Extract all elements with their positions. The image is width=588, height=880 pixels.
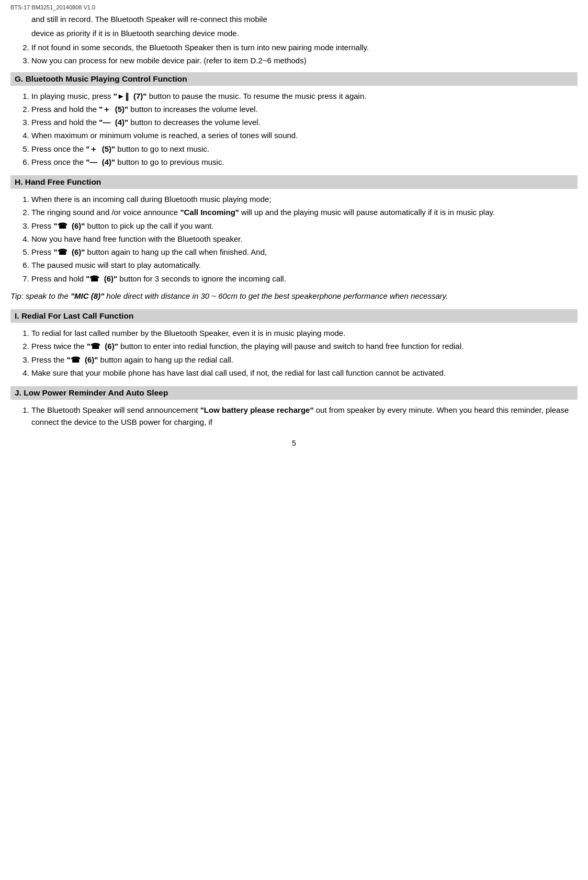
intro-item2: If not found in some seconds, the Blueto…: [31, 41, 578, 53]
bold-text: "☎ (6)": [67, 355, 98, 364]
section-h-header: H. Hand Free Function: [10, 175, 578, 189]
tip-text: Tip: speak to the "MIC (8)" hole direct …: [10, 290, 578, 302]
list-item: Make sure that your mobile phone has hav…: [31, 367, 578, 379]
intro-line2: device as priority if it is in Bluetooth…: [31, 28, 578, 40]
section-i: I. Redial For Last Call Function To redi…: [10, 309, 578, 379]
page-number: 5: [10, 439, 578, 447]
list-item: Press once the "— (4)" button to go to p…: [31, 156, 578, 168]
list-item: In playing music, press "►‖ (7)" button …: [31, 90, 578, 102]
list-item: When there is an incoming call during Bl…: [31, 193, 578, 205]
doc-version: BTS-17 BM3251_20140808 V1.0: [10, 4, 578, 10]
list-item: Press and hold "☎ (6)" button for 3 seco…: [31, 273, 578, 285]
bold-text: "☎ (6)": [86, 274, 117, 283]
list-item: Press twice the "☎ (6)" button to enter …: [31, 340, 578, 352]
bold-text: "☎ (6)": [87, 342, 118, 351]
bold-text: "☎ (6)": [54, 247, 85, 256]
list-item: Now you have hand free function with the…: [31, 233, 578, 245]
list-item: When maximum or minimum volume is reache…: [31, 129, 578, 141]
bold-text: "Low battery please recharge": [200, 405, 314, 414]
intro-item3: Now you can process for new mobile devic…: [31, 54, 578, 66]
bold-text: "＋ (5)": [99, 105, 128, 114]
list-item: Press the "☎ (6)" button again to hang u…: [31, 354, 578, 366]
intro-block: and still in record. The Bluetooth Speak…: [10, 14, 578, 67]
bold-text: "— (4)": [86, 157, 115, 166]
section-g: G. Bluetooth Music Playing Control Funct…: [10, 72, 578, 168]
list-item: Press "☎ (6)" button to pick up the call…: [31, 220, 578, 232]
bold-text: "＋ (5)": [86, 144, 115, 153]
list-item: The paused music will start to play auto…: [31, 259, 578, 271]
bold-text: "— (4)": [99, 118, 128, 127]
section-j: J. Low Power Reminder And Auto Sleep The…: [10, 386, 578, 428]
bold-text: "►‖ (7)": [114, 92, 147, 100]
bold-text: "☎ (6)": [54, 221, 85, 230]
section-i-header: I. Redial For Last Call Function: [10, 309, 578, 323]
list-item: The ringing sound and /or voice announce…: [31, 206, 578, 218]
list-item: Press once the "＋ (5)" button to go to n…: [31, 143, 578, 155]
list-item: The Bluetooth Speaker will send announce…: [31, 404, 578, 428]
bold-text: "Call Incoming": [180, 208, 239, 217]
section-h: H. Hand Free Function When there is an i…: [10, 175, 578, 302]
section-j-header: J. Low Power Reminder And Auto Sleep: [10, 386, 578, 400]
section-g-header: G. Bluetooth Music Playing Control Funct…: [10, 72, 578, 86]
list-item: To redial for last called number by the …: [31, 327, 578, 339]
list-item: Press and hold the "＋ (5)" button to inc…: [31, 103, 578, 115]
list-item: Press "☎ (6)" button again to hang up th…: [31, 246, 578, 258]
intro-line1: and still in record. The Bluetooth Speak…: [31, 14, 578, 26]
list-item: Press and hold the "— (4)" button to dec…: [31, 116, 578, 128]
